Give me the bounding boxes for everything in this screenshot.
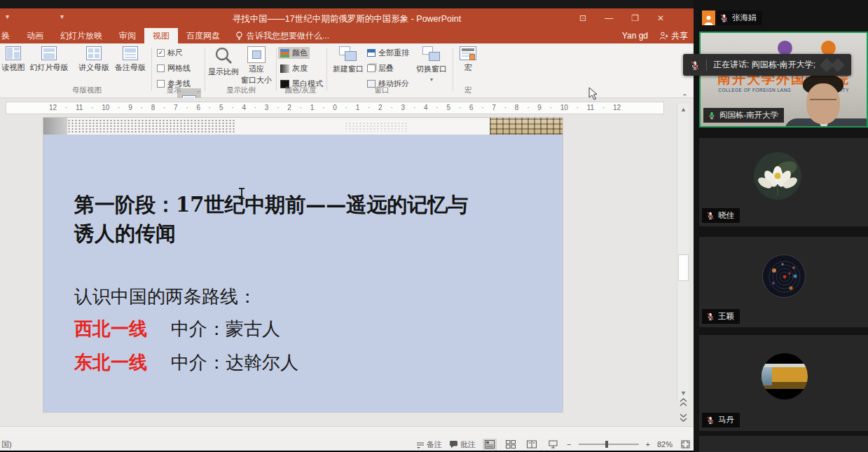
reading-view-icon: [6, 46, 21, 60]
next-slide-button[interactable]: [678, 412, 688, 425]
handout-master-button[interactable]: 讲义母版: [76, 46, 112, 73]
tell-me-label: 告诉我您想要做什么...: [247, 30, 329, 42]
person-icon: [703, 15, 714, 25]
share-person-icon: [659, 32, 668, 40]
tab-animations[interactable]: 动画: [18, 28, 52, 43]
ruler-checkbox-row[interactable]: ✓ 标尺: [157, 48, 183, 58]
share-button[interactable]: 共享: [659, 30, 688, 42]
ruler-checkbox[interactable]: ✓: [157, 49, 165, 57]
macros-button[interactable]: 宏: [455, 46, 481, 73]
banner-halftone-dots: [67, 119, 235, 133]
color-group-caption: 颜色/灰度: [277, 85, 324, 95]
slide-master-label: 幻灯片母版: [30, 62, 69, 73]
slide-title-line1: 第一阶段：17世纪中期前——遥远的记忆与: [74, 191, 537, 219]
video-tile-participant[interactable]: 王颖: [699, 237, 868, 327]
ribbon-display-options-icon[interactable]: ⊡: [579, 13, 586, 23]
zoom-slider-track[interactable]: [579, 444, 639, 445]
speaker-name-chip: 阎国栋-南开大学: [703, 108, 784, 123]
ribbon-divider: [453, 48, 453, 91]
intro-text: 认识中国的两条路线：: [74, 286, 256, 307]
fit-to-window-button[interactable]: 适应 窗口大小: [238, 46, 275, 85]
reading-view-button-status[interactable]: [525, 439, 539, 450]
macros-icon: [460, 46, 476, 60]
mic-muted-icon: [690, 60, 700, 70]
vertical-scrollbar[interactable]: ▲ ▼: [677, 104, 689, 402]
zoom-button[interactable]: 显示比例: [207, 46, 240, 77]
scroll-up-icon[interactable]: ▲: [679, 106, 688, 113]
participant-name-chip: 马丹: [702, 413, 740, 427]
route2-black-text: 中介：达斡尔人: [171, 352, 298, 373]
scroll-down-icon[interactable]: ▼: [679, 390, 688, 397]
slide-body-intro[interactable]: 认识中国的两条路线：: [74, 285, 256, 309]
slide-body-route2[interactable]: 东北一线中介：达斡尔人: [74, 350, 298, 375]
slideshow-view-button[interactable]: [546, 439, 560, 450]
switch-windows-button[interactable]: 切换窗口 ▾: [412, 46, 451, 83]
scrollbar-thumb[interactable]: [678, 254, 689, 281]
notes-master-icon: [123, 46, 138, 60]
video-tile-speaker[interactable]: 南开大学外国语学院 COLLEGE OF FOREIGN LANG UNIVER…: [699, 32, 868, 128]
video-tile-partial[interactable]: [699, 436, 868, 452]
arrange-all-button[interactable]: 全部重排: [367, 48, 409, 58]
minimize-icon[interactable]: —: [605, 13, 613, 23]
top-black-strip: [0, 0, 694, 8]
show-dialog-launcher-icon[interactable]: ⌐: [198, 88, 201, 95]
color-mode-button[interactable]: 颜色: [278, 47, 310, 59]
banner-gray-block: [43, 118, 67, 135]
zoom-button-label: 显示比例: [208, 67, 239, 77]
new-window-button[interactable]: 新建窗口: [331, 46, 366, 74]
horizontal-ruler[interactable]: 12 · 11 · 10 · 9 · 8 · 7 · 6 · 5 · 4 · 3…: [6, 102, 664, 114]
collapsed-notes-pane[interactable]: [0, 426, 694, 438]
ribbon-tab-row: 换 动画 幻灯片放映 审阅 视图 百度网盘 告诉我您想要做什么... Yan g…: [0, 28, 694, 43]
avatar-orbits: [762, 254, 806, 298]
collapse-ribbon-icon[interactable]: ⌃: [682, 93, 688, 102]
ribbon-divider: [276, 48, 277, 91]
tab-slideshow[interactable]: 幻灯片放映: [52, 28, 111, 43]
ruler-row: 12 · 11 · 10 · 9 · 8 · 7 · 6 · 5 · 4 · 3…: [0, 98, 694, 118]
account-name[interactable]: Yan gd: [622, 31, 648, 41]
slide-title-textbox[interactable]: 第一阶段：17世纪中期前——遥远的记忆与 诱人的传闻: [74, 191, 537, 248]
normal-view-icon: [485, 440, 495, 448]
zoom-out-button[interactable]: −: [567, 440, 571, 448]
video-tile-participant[interactable]: 马丹: [699, 335, 868, 431]
video-tile-participant[interactable]: 晓佳: [699, 138, 868, 226]
normal-view-button[interactable]: [483, 439, 497, 450]
slide-master-button[interactable]: 幻灯片母版: [25, 46, 73, 73]
text-cursor: [241, 188, 242, 199]
tab-transitions-partial[interactable]: 换: [0, 28, 18, 43]
tab-review[interactable]: 审阅: [111, 28, 144, 43]
restore-icon[interactable]: ❐: [631, 13, 639, 23]
cascade-button[interactable]: 层叠: [367, 63, 394, 74]
next-slide-icon: [680, 413, 687, 422]
notes-toggle-button[interactable]: 备注: [416, 439, 442, 450]
participant-header-row[interactable]: 张海娟: [702, 11, 762, 25]
gridlines-checkbox[interactable]: [157, 64, 165, 72]
lightbulb-icon: [235, 32, 243, 41]
zoom-percent[interactable]: 82%: [657, 440, 673, 448]
watermark-icon: [822, 60, 843, 70]
notes-master-button[interactable]: 备注母版: [112, 46, 149, 73]
tab-baidu-netdisk[interactable]: 百度网盘: [178, 28, 228, 43]
fit-to-window-label-line1: 适应: [249, 64, 264, 74]
previous-slide-button[interactable]: [678, 397, 688, 409]
tell-me-box[interactable]: 告诉我您想要做什么...: [228, 28, 336, 43]
grayscale-button[interactable]: 灰度: [278, 62, 310, 74]
comments-toggle-button[interactable]: 批注: [449, 439, 476, 450]
zoom-in-button[interactable]: +: [646, 440, 650, 448]
grayscale-swatch-icon: [280, 64, 289, 73]
participant-name: 晓佳: [718, 210, 734, 221]
mic-muted-icon: [719, 13, 729, 22]
language-indicator-partial[interactable]: 国): [1, 439, 12, 450]
close-icon[interactable]: ✕: [657, 13, 664, 23]
gridlines-checkbox-row[interactable]: 网格线: [157, 63, 191, 74]
zoom-slider-thumb[interactable]: [605, 441, 608, 448]
fit-slide-to-window-button[interactable]: [680, 439, 691, 450]
tab-view[interactable]: 视图: [144, 28, 178, 43]
slide-sorter-view-button[interactable]: [504, 439, 518, 450]
fit-slide-icon: [681, 440, 690, 448]
speaker-name: 阎国栋-南开大学: [719, 110, 778, 121]
slide-body-route1[interactable]: 西北一线中介：蒙古人: [74, 317, 280, 341]
banner-halftone-dots-light: [345, 122, 408, 132]
ribbon-divider: [151, 48, 152, 91]
slide-canvas[interactable]: 第一阶段：17世纪中期前——遥远的记忆与 诱人的传闻 认识中国的两条路线： 西北…: [43, 118, 563, 412]
color-mode-label: 颜色: [292, 48, 308, 58]
